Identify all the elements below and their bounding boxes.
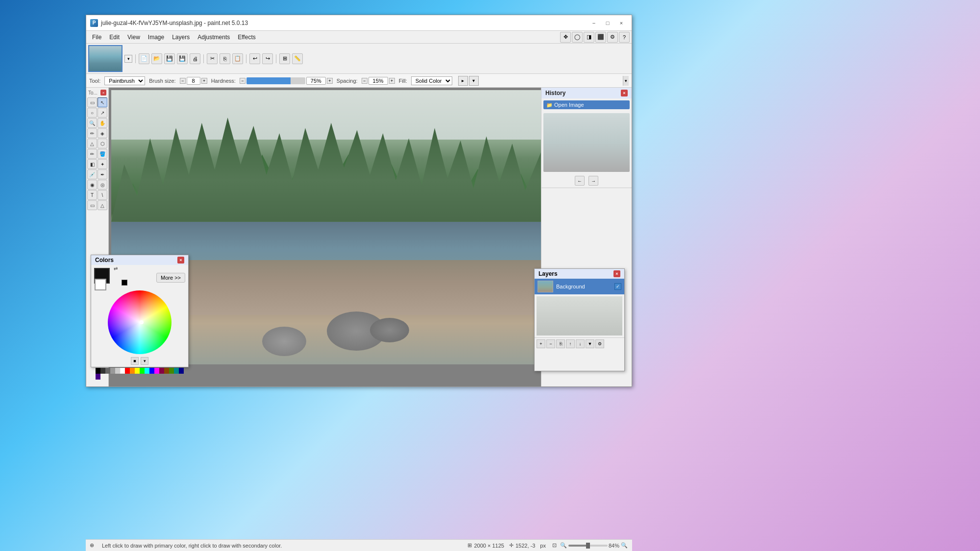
tool-pan[interactable]: ✋: [98, 118, 107, 128]
zoom-slider[interactable]: [568, 545, 608, 547]
tool-blur[interactable]: ◉: [87, 180, 97, 190]
tool-lasso[interactable]: ○: [87, 108, 97, 118]
minimize-button[interactable]: −: [588, 18, 600, 28]
tool-shapes[interactable]: ▭: [87, 200, 97, 210]
palette-swatch[interactable]: [96, 374, 100, 380]
layer-properties-btn[interactable]: ⚙: [595, 339, 604, 348]
tool-polygon[interactable]: △: [98, 200, 107, 210]
menu-effects[interactable]: Effects: [234, 32, 259, 42]
tool-eraser[interactable]: ◈: [98, 128, 107, 138]
tools-panel-close[interactable]: ×: [100, 90, 106, 96]
hardness-decrement[interactable]: −: [240, 78, 245, 84]
tool-clone-stamp[interactable]: △: [87, 139, 97, 148]
palette-swatch[interactable]: [135, 368, 140, 374]
toolbar-overflow[interactable]: ▾: [623, 76, 629, 86]
settings-icon[interactable]: ⚙: [607, 32, 618, 43]
fit-to-window-btn[interactable]: ⊡: [551, 542, 559, 550]
spacing-decrement[interactable]: −: [362, 78, 368, 84]
palette-swatch[interactable]: [164, 368, 169, 374]
palette-swatch[interactable]: [174, 368, 179, 374]
fill-option-1[interactable]: ▸: [458, 76, 468, 86]
tool-icon-3[interactable]: ◨: [584, 32, 594, 43]
duplicate-layer-btn[interactable]: ⎘: [556, 339, 565, 348]
new-file-btn[interactable]: 📄: [139, 53, 149, 64]
palette-swatch[interactable]: [145, 368, 149, 374]
palette-swatch[interactable]: [169, 368, 174, 374]
paste-btn[interactable]: 📋: [232, 53, 243, 64]
hardness-increment[interactable]: +: [327, 78, 333, 84]
save-btn[interactable]: 💾: [164, 53, 175, 64]
tool-recolor[interactable]: ⬡: [98, 139, 107, 148]
palette-swatch[interactable]: [110, 368, 115, 374]
image-thumbnail[interactable]: [88, 45, 122, 72]
zoom-slider-thumb[interactable]: [586, 543, 590, 549]
hardness-input[interactable]: [306, 77, 326, 85]
layer-visibility-check[interactable]: ✓: [614, 283, 621, 290]
menu-adjustments[interactable]: Adjustments: [194, 32, 234, 42]
copy-btn[interactable]: ⎘: [220, 53, 230, 64]
tool-icon-4[interactable]: ⬛: [595, 32, 606, 43]
open-btn[interactable]: 📂: [151, 53, 162, 64]
move-layer-up-btn[interactable]: ↑: [566, 339, 575, 348]
secondary-color-swatch[interactable]: [95, 279, 106, 290]
fill-option-2[interactable]: ▾: [469, 76, 479, 86]
spacing-increment[interactable]: +: [389, 78, 395, 84]
palette-swatch[interactable]: [125, 368, 130, 374]
tool-select-move[interactable]: ↗: [98, 108, 107, 118]
palette-swatch[interactable]: [96, 368, 100, 374]
menu-edit[interactable]: Edit: [105, 32, 123, 42]
delete-layer-btn[interactable]: −: [546, 339, 555, 348]
tool-zoom[interactable]: 🔍: [87, 118, 97, 128]
hex-toggle-btn[interactable]: ▾: [141, 357, 148, 365]
menu-layers[interactable]: Layers: [168, 32, 194, 42]
tool-selector[interactable]: Paintbrush: [104, 76, 145, 85]
menu-view[interactable]: View: [123, 32, 144, 42]
color-wheel[interactable]: [108, 290, 172, 354]
move-layer-down-btn[interactable]: ↓: [576, 339, 585, 348]
palette-swatch[interactable]: [140, 368, 145, 374]
fill-selector[interactable]: Solid Color: [411, 76, 452, 85]
zoom-out-btn[interactable]: 🔍: [560, 542, 567, 550]
add-layer-btn[interactable]: +: [537, 339, 545, 348]
save-all-btn[interactable]: 💾: [177, 53, 188, 64]
palette-swatch[interactable]: [149, 368, 154, 374]
colors-close-btn[interactable]: ×: [177, 257, 184, 264]
tool-rectangle[interactable]: ▭: [87, 97, 97, 107]
merge-layers-btn[interactable]: ▼: [586, 339, 594, 348]
brush-size-decrement[interactable]: −: [180, 78, 186, 84]
spacing-input[interactable]: [368, 77, 388, 85]
history-undo-btn[interactable]: ←: [575, 176, 585, 186]
palette-swatch[interactable]: [154, 368, 159, 374]
tool-icon-2[interactable]: ◯: [572, 32, 583, 43]
tool-bucket[interactable]: 🪣: [98, 149, 107, 159]
menu-file[interactable]: File: [88, 32, 105, 42]
swap-colors-btn[interactable]: ⇄: [114, 266, 118, 271]
layer-background[interactable]: Background ✓: [535, 279, 624, 294]
tool-text[interactable]: T: [87, 190, 97, 200]
palette-swatch[interactable]: [115, 368, 120, 374]
tool-magic-wand[interactable]: ✦: [98, 159, 107, 169]
tool-select-arrow[interactable]: ↖: [98, 97, 107, 107]
palette-swatch[interactable]: [159, 368, 164, 374]
tool-line[interactable]: \: [98, 190, 107, 200]
layers-close-btn[interactable]: ×: [613, 270, 620, 277]
palette-swatch[interactable]: [130, 368, 135, 374]
close-button[interactable]: ×: [615, 18, 628, 28]
palette-swatch[interactable]: [120, 368, 125, 374]
history-close-btn[interactable]: ×: [621, 90, 628, 96]
palette-swatch[interactable]: [100, 368, 105, 374]
ruler-btn[interactable]: 📏: [292, 53, 303, 64]
history-redo-btn[interactable]: →: [588, 176, 598, 186]
tool-icon-1[interactable]: ✥: [560, 32, 571, 43]
tool-paintbrush[interactable]: ✏: [87, 128, 97, 138]
help-icon[interactable]: ?: [619, 32, 630, 43]
grid-btn[interactable]: ⊞: [279, 53, 290, 64]
cut-btn[interactable]: ✂: [207, 53, 218, 64]
print-btn[interactable]: 🖨: [190, 53, 200, 64]
tool-pencil[interactable]: ✏: [87, 149, 97, 159]
redo-btn[interactable]: ↪: [262, 53, 273, 64]
undo-btn[interactable]: ↩: [249, 53, 260, 64]
maximize-button[interactable]: □: [601, 18, 614, 28]
reset-colors-btn[interactable]: [122, 280, 127, 286]
tool-gradient[interactable]: ◧: [87, 159, 97, 169]
